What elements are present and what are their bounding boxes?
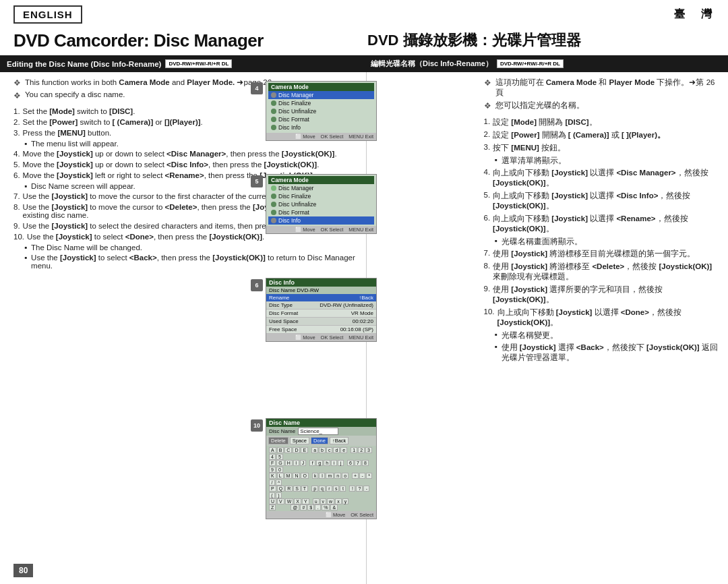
key-excl[interactable]: ! — [349, 486, 355, 492]
key-5[interactable]: 5 — [276, 454, 283, 460]
section-header-left: Editing the Disc Name (Disc Info-Rename)… — [0, 55, 364, 72]
done-button[interactable]: Done — [311, 437, 328, 444]
key-n[interactable]: n — [334, 473, 341, 479]
key-7[interactable]: 7 — [355, 460, 361, 466]
key-X[interactable]: X — [294, 498, 301, 504]
key-2[interactable]: 2 — [358, 447, 365, 453]
key-L[interactable]: L — [277, 473, 284, 479]
space-button[interactable]: Space — [290, 437, 309, 444]
key-W[interactable]: W — [285, 498, 294, 504]
key-rparen[interactable]: ) — [276, 492, 282, 498]
key-1[interactable]: 1 — [351, 447, 357, 453]
dvd-badge-left: DVD-RW/+RW/-R/+R DL — [165, 59, 232, 68]
s5-disc-manager-label: Disc Manager — [278, 185, 313, 192]
key-b[interactable]: b — [319, 447, 326, 453]
key-t[interactable]: t — [340, 486, 346, 492]
key-d[interactable]: d — [333, 447, 340, 453]
key-K[interactable]: K — [269, 473, 276, 479]
key-dot[interactable]: . — [315, 504, 321, 510]
key-4[interactable]: 4 — [269, 454, 276, 460]
section-header-right: 編輯光碟名稱（Disc Info-Rename） DVD-RW/+RW/-R/+… — [364, 55, 728, 72]
disc-info-label: Disc Info — [278, 124, 301, 131]
key-slash[interactable]: / — [269, 479, 275, 486]
key-percent[interactable]: % — [322, 504, 330, 510]
key-x[interactable]: x — [335, 498, 342, 504]
key-T[interactable]: T — [301, 486, 308, 492]
key-l[interactable]: l — [319, 473, 325, 479]
key-H[interactable]: H — [285, 460, 293, 466]
key-dash[interactable]: - — [363, 486, 369, 492]
key-O[interactable]: O — [301, 473, 308, 479]
key-J[interactable]: J — [300, 460, 307, 466]
screen10-disc-name-label: Disc Name — [269, 428, 295, 434]
key-dollar[interactable]: $ — [307, 504, 314, 510]
key-plus[interactable]: + — [352, 473, 359, 479]
key-G[interactable]: G — [276, 460, 284, 466]
key-w[interactable]: w — [327, 498, 334, 504]
right-step-3-sub: ▪ 選單清單將顯示。 — [495, 156, 719, 166]
r-step-text-8: 使用 [Joystick] 將游標移至 <Delete>，然後按 [Joysti… — [493, 262, 719, 282]
key-hash[interactable]: # — [300, 504, 307, 510]
key-8[interactable]: 8 — [362, 460, 369, 466]
key-f[interactable]: f — [309, 460, 315, 466]
key-Q[interactable]: Q — [277, 486, 284, 492]
key-q[interactable]: q — [319, 486, 326, 492]
r-step-num-9: 9. — [484, 285, 491, 293]
screen10-container: 10 Disc Name Disc Name Science_ Delete S… — [251, 418, 377, 519]
key-amp[interactable]: & — [330, 504, 338, 510]
screen10-disc-name-value[interactable]: Science_ — [298, 428, 338, 435]
key-V[interactable]: V — [277, 498, 284, 504]
back-button[interactable]: ↑Back — [330, 437, 348, 444]
screen4-container: 4 Camera Mode Disc Manager Disc Finalize… — [251, 81, 377, 141]
key-U[interactable]: U — [269, 498, 276, 504]
key-u[interactable]: u — [313, 498, 320, 504]
key-s[interactable]: s — [333, 486, 340, 492]
key-C[interactable]: C — [284, 447, 292, 453]
r-step-num-4: 4. — [484, 168, 491, 176]
key-p[interactable]: p — [311, 486, 318, 492]
key-c[interactable]: c — [326, 447, 333, 453]
key-A[interactable]: A — [269, 447, 276, 453]
key-F[interactable]: F — [269, 460, 276, 466]
key-B[interactable]: B — [277, 447, 284, 453]
key-9[interactable]: 9 — [269, 467, 276, 473]
key-e[interactable]: e — [340, 447, 347, 453]
key-k[interactable]: k — [312, 473, 319, 479]
key-3[interactable]: 3 — [365, 447, 372, 453]
key-E[interactable]: E — [301, 447, 308, 453]
key-Y[interactable]: Y — [302, 498, 309, 504]
key-0[interactable]: 0 — [276, 467, 283, 473]
key-a[interactable]: a — [311, 447, 318, 453]
key-i[interactable]: i — [331, 460, 337, 466]
key-S[interactable]: S — [293, 486, 301, 492]
key-v[interactable]: v — [320, 498, 327, 504]
key-y[interactable]: y — [342, 498, 349, 504]
right-bullet-2-text: 您可以指定光碟的名稱。 — [495, 100, 584, 111]
key-6[interactable]: 6 — [347, 460, 354, 466]
key-N[interactable]: N — [293, 473, 300, 479]
key-o[interactable]: o — [342, 473, 348, 479]
key-j[interactable]: j — [338, 460, 344, 466]
right-bullet-2: ❖ 您可以指定光碟的名稱。 — [484, 100, 719, 111]
key-quest[interactable]: ? — [356, 486, 363, 492]
key-I[interactable]: I — [293, 460, 299, 466]
key-at[interactable]: @ — [291, 504, 299, 510]
key-star[interactable]: * — [366, 473, 372, 479]
key-M[interactable]: M — [284, 473, 293, 479]
key-lparen[interactable]: ( — [269, 492, 275, 498]
screen5-disc-info: Disc Info — [268, 216, 374, 225]
s5-disc-finalize-label: Disc Finalize — [278, 193, 311, 200]
key-P[interactable]: P — [269, 486, 276, 492]
key-caret[interactable]: ^ — [276, 479, 282, 486]
key-g[interactable]: g — [316, 460, 323, 466]
diamond-icon-1: ❖ — [13, 78, 21, 88]
key-r[interactable]: r — [326, 486, 332, 492]
key-m[interactable]: m — [326, 473, 334, 479]
delete-button[interactable]: Delete — [268, 437, 289, 444]
key-R[interactable]: R — [285, 486, 293, 492]
key-D[interactable]: D — [293, 447, 300, 453]
key-minus[interactable]: - — [359, 473, 365, 479]
taiwan-text: 臺 灣 — [674, 7, 715, 22]
key-h[interactable]: h — [324, 460, 330, 466]
key-Z[interactable]: Z — [269, 504, 276, 510]
